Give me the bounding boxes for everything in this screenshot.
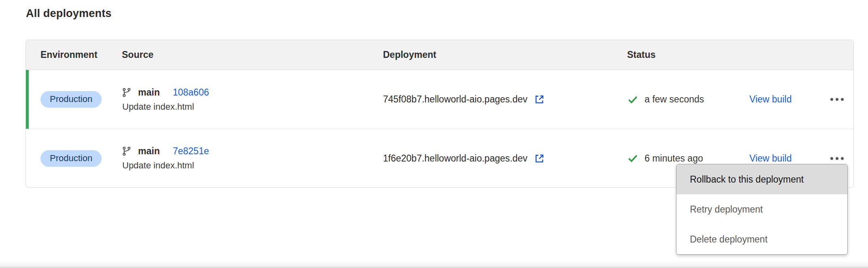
row-menu-button[interactable] (829, 93, 845, 106)
deployment-url: 745f08b7.helloworld-aio.pages.dev (383, 94, 528, 105)
git-branch-icon (122, 146, 132, 157)
section-divider (0, 261, 868, 268)
menu-item-delete[interactable]: Delete deployment (677, 224, 847, 254)
column-header-deployment: Deployment (383, 49, 627, 60)
table-header-row: Environment Source Deployment Status (26, 40, 853, 70)
table-row: Production main 108a606 (26, 70, 853, 129)
deployment-cell: 745f08b7.helloworld-aio.pages.dev (383, 94, 627, 105)
success-check-icon (627, 153, 638, 164)
commit-link[interactable]: 7e8251e (173, 146, 209, 157)
environment-cell: Production (26, 91, 122, 108)
dot-icon (836, 98, 838, 101)
deployment-context-menu: Rollback to this deployment Retry deploy… (676, 164, 848, 255)
dot-icon (830, 157, 833, 160)
page-title: All deployments (26, 7, 112, 20)
status-cell: 6 minutes ago (627, 153, 749, 164)
branch-name: main (138, 146, 160, 157)
view-build-cell: View build (749, 153, 829, 164)
status-time: 6 minutes ago (645, 153, 703, 164)
view-build-link[interactable]: View build (749, 94, 791, 105)
success-check-icon (627, 94, 638, 105)
status-cell: a few seconds (627, 94, 749, 105)
source-cell: main 7e8251e Update index.html (122, 146, 383, 171)
menu-item-rollback[interactable]: Rollback to this deployment (677, 164, 847, 194)
column-header-source: Source (122, 49, 383, 60)
dot-icon (841, 98, 844, 101)
external-link-icon[interactable] (534, 153, 545, 164)
source-cell: main 108a606 Update index.html (122, 87, 383, 112)
menu-item-retry[interactable]: Retry deployment (677, 194, 847, 224)
dot-icon (836, 157, 838, 160)
dot-icon (830, 98, 833, 101)
row-actions-cell (829, 152, 853, 165)
column-header-environment: Environment (26, 49, 122, 60)
dot-icon (841, 157, 844, 160)
commit-link[interactable]: 108a606 (173, 87, 209, 98)
deployment-url: 1f6e20b7.helloworld-aio.pages.dev (383, 153, 528, 164)
git-branch-icon (122, 87, 132, 98)
current-deployment-indicator (26, 70, 29, 129)
view-build-link[interactable]: View build (749, 153, 791, 164)
row-menu-button[interactable] (829, 152, 845, 165)
commit-message: Update index.html (122, 160, 209, 171)
environment-cell: Production (26, 150, 122, 167)
external-link-icon[interactable] (534, 94, 545, 105)
column-header-status: Status (627, 49, 749, 60)
row-actions-cell (829, 93, 853, 106)
deployments-page: All deployments Environment Source Deplo… (0, 0, 868, 268)
deployment-cell: 1f6e20b7.helloworld-aio.pages.dev (383, 153, 627, 164)
environment-badge: Production (40, 150, 102, 167)
environment-badge: Production (40, 91, 102, 108)
view-build-cell: View build (749, 94, 829, 105)
commit-message: Update index.html (122, 102, 209, 112)
branch-name: main (138, 87, 160, 98)
status-time: a few seconds (645, 94, 704, 105)
